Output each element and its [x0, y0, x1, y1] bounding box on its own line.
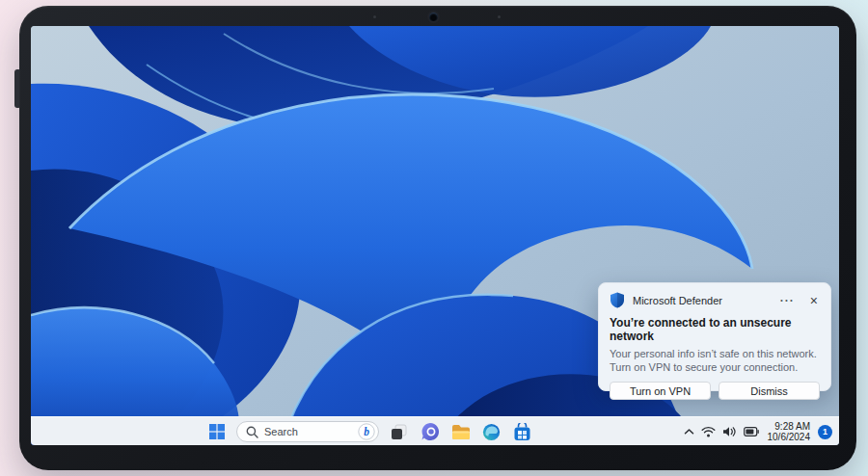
tray-time: 9:28 AM — [768, 421, 811, 432]
edge-button[interactable] — [480, 421, 502, 443]
search-icon — [246, 426, 258, 438]
bing-copilot-icon[interactable]: b — [358, 423, 375, 440]
defender-shield-icon — [610, 292, 625, 308]
search-input[interactable]: Search b — [236, 421, 379, 442]
start-button[interactable] — [205, 421, 228, 443]
turn-on-vpn-button[interactable]: Turn on VPN — [610, 382, 711, 400]
windows-logo-icon — [209, 424, 225, 439]
toast-actions: Turn on VPN Dismiss — [610, 382, 820, 400]
file-explorer-button[interactable] — [449, 421, 472, 443]
hidden-icons-chevron[interactable] — [684, 428, 694, 436]
search-placeholder: Search — [264, 426, 358, 437]
task-view-button[interactable] — [388, 421, 410, 443]
edge-icon — [482, 423, 501, 441]
taskbar-app-icons: Search b — [205, 420, 533, 443]
notification-count-badge[interactable]: 1 — [818, 425, 832, 439]
taskbar: Search b — [31, 416, 839, 445]
toast-more-options-icon[interactable]: ··· — [780, 296, 795, 305]
screen: Microsoft Defender ··· × You’re connecte… — [31, 26, 839, 445]
chat-button[interactable] — [419, 421, 441, 443]
volume-icon[interactable] — [722, 426, 737, 437]
dismiss-button[interactable]: Dismiss — [719, 382, 820, 400]
svg-text:b: b — [364, 426, 369, 437]
microphone-dot — [498, 15, 501, 18]
wifi-icon[interactable] — [701, 426, 716, 437]
front-camera — [429, 13, 438, 21]
page-background: Microsoft Defender ··· × You’re connecte… — [0, 0, 868, 476]
file-explorer-icon — [451, 424, 471, 440]
defender-notification-toast[interactable]: Microsoft Defender ··· × You’re connecte… — [598, 282, 831, 391]
task-view-icon — [390, 423, 408, 441]
microphone-dot — [373, 15, 376, 18]
tablet-device: Microsoft Defender ··· × You’re connecte… — [19, 6, 856, 470]
toast-body: Your personal info isn’t safe on this ne… — [610, 347, 820, 374]
microsoft-store-icon — [513, 423, 531, 441]
clock[interactable]: 9:28 AM 10/6/2024 — [768, 421, 811, 442]
system-tray: 9:28 AM 10/6/2024 1 — [684, 417, 833, 445]
microsoft-store-button[interactable] — [511, 421, 533, 443]
toast-close-icon[interactable]: × — [810, 295, 818, 306]
tray-date: 10/6/2024 — [768, 432, 811, 442]
toast-app-name: Microsoft Defender — [633, 295, 722, 306]
toast-header: Microsoft Defender ··· × — [610, 292, 820, 308]
toast-title: You’re connected to an unsecure network — [610, 316, 820, 343]
chat-icon — [420, 422, 440, 441]
battery-icon[interactable] — [744, 427, 759, 436]
